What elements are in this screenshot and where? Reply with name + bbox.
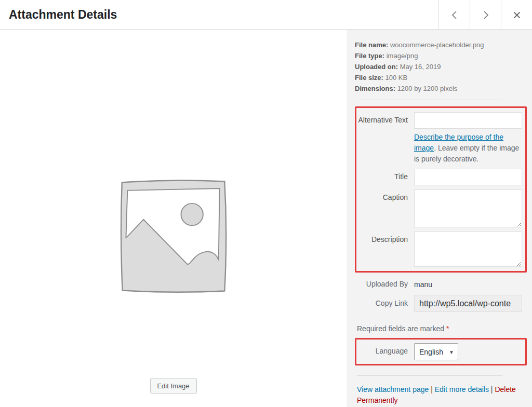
- copy-link-label: Copy Link: [357, 299, 408, 308]
- fields-annotation-box: Alternative Text Describe the purpose of…: [355, 106, 527, 273]
- divider: [357, 375, 502, 376]
- copy-link-input[interactable]: [414, 295, 522, 312]
- file-info: File name: woocommerce-placeholder.png F…: [355, 39, 527, 94]
- dimensions-label: Dimensions:: [355, 85, 395, 92]
- close-button[interactable]: [501, 0, 532, 30]
- title-row: Title: [357, 169, 522, 185]
- alt-text-row: Alternative Text Describe the purpose of…: [357, 112, 522, 165]
- link-separator: |: [489, 385, 493, 394]
- file-size-value: 100 KB: [385, 74, 408, 82]
- view-attachment-page-link[interactable]: View attachment page: [357, 385, 429, 394]
- chevron-left-icon: [449, 10, 460, 20]
- next-attachment-button[interactable]: [470, 0, 501, 30]
- attachment-details-modal: Attachment Details: [0, 0, 532, 407]
- caption-label: Caption: [357, 189, 408, 202]
- modal-header: Attachment Details: [0, 0, 532, 30]
- language-row: Language English ▼: [357, 343, 522, 360]
- language-select[interactable]: English: [414, 343, 458, 360]
- edit-more-details-link[interactable]: Edit more details: [435, 385, 489, 394]
- file-type-row: File type: image/png: [355, 50, 527, 61]
- alt-text-input[interactable]: [414, 112, 522, 129]
- file-name-row: File name: woocommerce-placeholder.png: [355, 39, 527, 50]
- required-fields-note: Required fields are marked *: [357, 324, 527, 333]
- previous-attachment-button[interactable]: [438, 0, 470, 30]
- file-name-label: File name:: [355, 41, 388, 49]
- caption-row: Caption: [357, 189, 522, 227]
- modal-body: Edit Image File name: woocommerce-placeh…: [0, 30, 532, 407]
- required-note-text: Required fields are marked: [357, 324, 446, 333]
- description-label: Description: [357, 232, 408, 244]
- required-asterisk: *: [446, 324, 449, 333]
- sun-icon: [181, 204, 203, 225]
- edit-image-button[interactable]: Edit Image: [150, 378, 196, 394]
- title-label: Title: [357, 169, 408, 181]
- divider: [357, 100, 502, 100]
- file-type-value: image/png: [387, 52, 418, 60]
- uploaded-by-label: Uploaded By: [357, 280, 408, 289]
- dimensions-row: Dimensions: 1200 by 1200 pixels: [355, 83, 527, 94]
- page-title: Attachment Details: [0, 0, 117, 29]
- uploaded-by-value: manu: [414, 280, 522, 289]
- uploaded-on-label: Uploaded on:: [355, 63, 398, 71]
- chevron-right-icon: [481, 10, 491, 20]
- uploaded-on-row: Uploaded on: May 16, 2019: [355, 61, 527, 72]
- alt-text-label: Alternative Text: [357, 112, 408, 125]
- link-separator: |: [429, 385, 434, 394]
- copy-link-row: Copy Link: [355, 295, 527, 312]
- dimensions-value: 1200 by 1200 pixels: [397, 85, 458, 92]
- alt-text-help: Describe the purpose of the image. Leave…: [414, 132, 522, 165]
- caption-textarea[interactable]: [414, 189, 522, 227]
- woocommerce-placeholder-image: [118, 177, 229, 296]
- file-type-label: File type:: [355, 52, 384, 60]
- language-label: Language: [357, 343, 408, 356]
- file-size-row: File size: 100 KB: [355, 72, 527, 83]
- uploaded-by-row: Uploaded By manu: [355, 280, 527, 289]
- close-icon: [513, 11, 521, 19]
- description-row: Description: [357, 232, 522, 267]
- uploaded-on-value: May 16, 2019: [400, 63, 441, 71]
- attachment-actions: View attachment page | Edit more details…: [357, 384, 527, 406]
- file-size-label: File size:: [355, 74, 383, 82]
- title-input[interactable]: [414, 169, 522, 185]
- header-nav: [438, 0, 532, 29]
- language-annotation-box: Language English ▼: [355, 338, 527, 365]
- file-name-value: woocommerce-placeholder.png: [390, 41, 484, 49]
- attachment-details-sidebar: File name: woocommerce-placeholder.png F…: [347, 30, 532, 407]
- media-preview-panel: Edit Image: [0, 30, 347, 407]
- description-textarea[interactable]: [414, 232, 522, 267]
- attachment-preview-image: [118, 177, 229, 298]
